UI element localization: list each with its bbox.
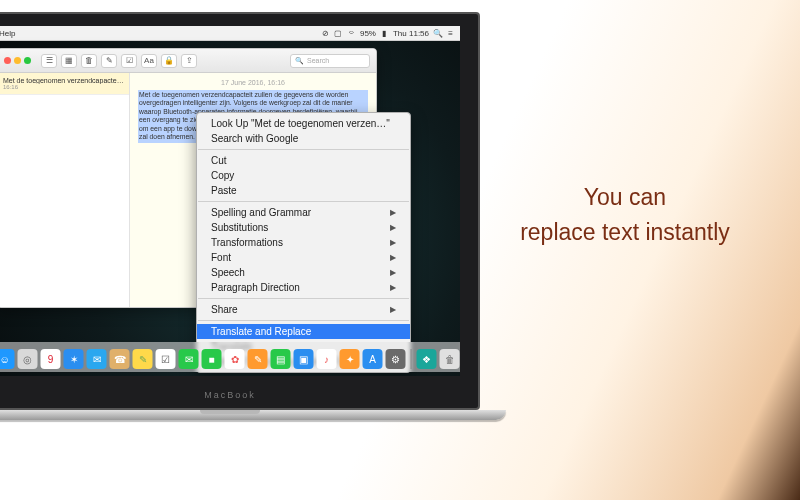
tagline-line-2: replace text instantly <box>490 215 760 250</box>
list-view-button[interactable]: ☰ <box>41 54 57 68</box>
cm-cut[interactable]: Cut <box>197 153 410 168</box>
chevron-right-icon: ▶ <box>390 223 396 232</box>
cm-font[interactable]: Font▶ <box>197 250 410 265</box>
cm-speech[interactable]: Speech▶ <box>197 265 410 280</box>
dock-pages-icon[interactable]: ✎ <box>248 349 268 369</box>
dock-photos-icon[interactable]: ✿ <box>225 349 245 369</box>
cm-transformations[interactable]: Transformations▶ <box>197 235 410 250</box>
checklist-button[interactable]: ☑ <box>121 54 137 68</box>
menubar-help[interactable]: Help <box>0 29 15 38</box>
wifi-icon[interactable]: ⌔ <box>347 29 356 38</box>
close-button[interactable] <box>4 57 11 64</box>
tagline-line-1: You can <box>490 180 760 215</box>
menubar-clock[interactable]: Thu 11:56 <box>393 29 429 38</box>
share-button[interactable]: ⇪ <box>181 54 197 68</box>
dock-appstore-icon[interactable]: A <box>363 349 383 369</box>
search-icon: 🔍 <box>295 57 304 65</box>
spotlight-icon[interactable]: 🔍 <box>433 29 442 38</box>
cm-search-google[interactable]: Search with Google <box>197 131 410 146</box>
dock-preferences-icon[interactable]: ⚙ <box>386 349 406 369</box>
context-menu: Look Up "Met de toegenomen verzen…" Sear… <box>196 112 411 373</box>
cm-separator <box>198 201 409 202</box>
dock-contacts-icon[interactable]: ☎ <box>110 349 130 369</box>
marketing-tagline: You can replace text instantly <box>490 180 760 249</box>
dock-mail-icon[interactable]: ✉ <box>87 349 107 369</box>
macbook-screen: Help ⊘ ▢ ⌔ 95% ▮ Thu 11:56 🔍 ≡ <box>0 26 460 376</box>
minimize-button[interactable] <box>14 57 21 64</box>
macbook-frame: Help ⊘ ▢ ⌔ 95% ▮ Thu 11:56 🔍 ≡ <box>0 12 480 420</box>
note-date-header: 17 June 2016, 16:16 <box>138 79 368 86</box>
chevron-right-icon: ▶ <box>390 305 396 314</box>
chevron-right-icon: ▶ <box>390 268 396 277</box>
battery-percent[interactable]: 95% <box>360 29 376 38</box>
dock-numbers-icon[interactable]: ▤ <box>271 349 291 369</box>
lock-button[interactable]: 🔒 <box>161 54 177 68</box>
dock-messages-icon[interactable]: ✉ <box>179 349 199 369</box>
cm-separator <box>198 298 409 299</box>
chevron-right-icon: ▶ <box>390 283 396 292</box>
dock-keynote-icon[interactable]: ▣ <box>294 349 314 369</box>
dock-itunes-icon[interactable]: ♪ <box>317 349 337 369</box>
notification-icon[interactable]: ≡ <box>446 29 455 38</box>
format-button[interactable]: Aa <box>141 54 157 68</box>
cm-separator <box>198 149 409 150</box>
chevron-right-icon: ▶ <box>390 238 396 247</box>
chevron-right-icon: ▶ <box>390 208 396 217</box>
macbook-bezel: Help ⊘ ▢ ⌔ 95% ▮ Thu 11:56 🔍 ≡ <box>0 12 480 410</box>
dock-finder-icon[interactable]: ☺ <box>0 349 15 369</box>
do-not-disturb-icon[interactable]: ⊘ <box>321 29 330 38</box>
cm-paste[interactable]: Paste <box>197 183 410 198</box>
dock-notes-icon[interactable]: ✎ <box>133 349 153 369</box>
dock-launchpad-icon[interactable]: ◎ <box>18 349 38 369</box>
cm-paragraph-direction[interactable]: Paragraph Direction▶ <box>197 280 410 295</box>
dock-calendar-icon[interactable]: 9 <box>41 349 61 369</box>
note-item-date: 16:16 <box>3 84 124 90</box>
chevron-right-icon: ▶ <box>390 253 396 262</box>
window-traffic-lights[interactable] <box>4 57 31 64</box>
cm-look-up[interactable]: Look Up "Met de toegenomen verzen…" <box>197 116 410 131</box>
cm-translate-and-replace[interactable]: Translate and Replace <box>197 324 410 339</box>
macbook-label: MacBook <box>204 390 256 400</box>
cm-copy[interactable]: Copy <box>197 168 410 183</box>
cm-spelling[interactable]: Spelling and Grammar▶ <box>197 205 410 220</box>
zoom-button[interactable] <box>24 57 31 64</box>
display-icon[interactable]: ▢ <box>334 29 343 38</box>
cm-share[interactable]: Share▶ <box>197 302 410 317</box>
dock-reminders-icon[interactable]: ☑ <box>156 349 176 369</box>
dock-safari-icon[interactable]: ✶ <box>64 349 84 369</box>
notes-toolbar: ☰ ▦ 🗑 ✎ ☑ Aa 🔒 ⇪ 🔍 Search <box>0 49 376 73</box>
notes-search-input[interactable]: 🔍 Search <box>290 54 370 68</box>
macos-menubar: Help ⊘ ▢ ⌔ 95% ▮ Thu 11:56 🔍 ≡ <box>0 26 460 41</box>
cm-substitutions[interactable]: Substitutions▶ <box>197 220 410 235</box>
note-list-item[interactable]: Met de toegenomen verzendcapacteit zulle… <box>0 73 129 95</box>
dock-ibooks-icon[interactable]: ✦ <box>340 349 360 369</box>
delete-button[interactable]: 🗑 <box>81 54 97 68</box>
notes-sidebar-list[interactable]: Met de toegenomen verzendcapacteit zulle… <box>0 73 130 307</box>
dock-app-icon[interactable]: ❖ <box>417 349 437 369</box>
note-item-title: Met de toegenomen verzendcapacteit zulle… <box>3 77 124 84</box>
battery-icon[interactable]: ▮ <box>380 29 389 38</box>
cm-separator <box>198 320 409 321</box>
new-note-button[interactable]: ✎ <box>101 54 117 68</box>
dock-separator <box>411 349 412 369</box>
search-placeholder: Search <box>307 57 329 64</box>
macos-dock: ☺ ◎ 9 ✶ ✉ ☎ ✎ ☑ ✉ ■ ✿ ✎ ▤ ▣ ♪ ✦ A ⚙ ❖ � <box>0 342 460 372</box>
grid-view-button[interactable]: ▦ <box>61 54 77 68</box>
macbook-base <box>0 410 506 420</box>
dock-trash-icon[interactable]: 🗑 <box>440 349 460 369</box>
dock-facetime-icon[interactable]: ■ <box>202 349 222 369</box>
